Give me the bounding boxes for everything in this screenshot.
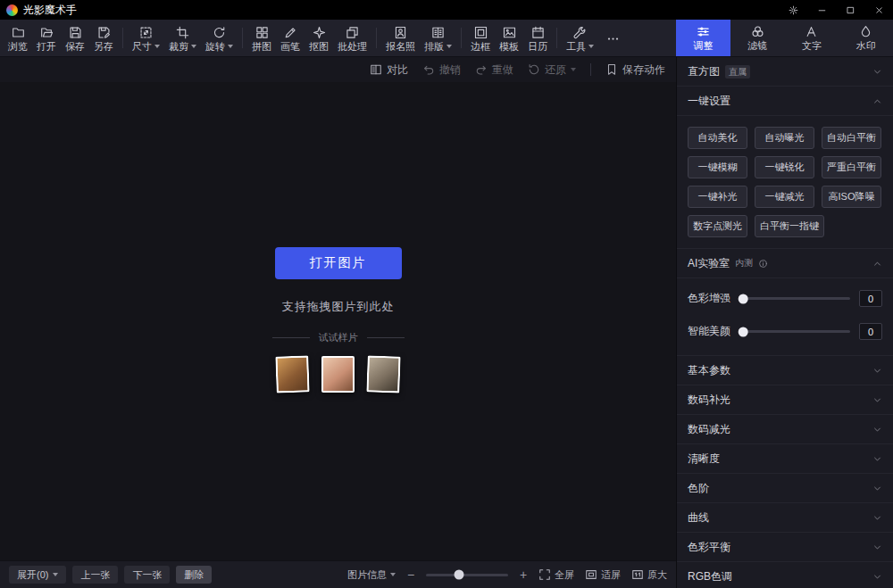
quick-button-one-key-blur[interactable]: 一键模糊	[688, 156, 747, 178]
toolbar-item-collage[interactable]: 拼图	[247, 20, 276, 56]
toolbar-item-brush[interactable]: 画笔	[276, 20, 305, 56]
action-restore[interactable]: 还原	[528, 62, 576, 78]
section-clarity[interactable]: 清晰度	[677, 444, 893, 474]
toolbar-item-id-photo[interactable]: 报名照	[381, 20, 420, 56]
smart-beauty-value[interactable]: 0	[859, 323, 882, 340]
quick-button-auto-white-balance[interactable]: 自动白平衡	[822, 127, 881, 149]
section-quick-settings[interactable]: 一键设置	[677, 87, 893, 116]
dropdown-caret-icon	[228, 45, 233, 48]
section-histogram[interactable]: 直方图 直属	[677, 57, 893, 87]
toolbar-item-resize[interactable]: 尺寸	[128, 20, 164, 56]
save-action-icon	[605, 63, 618, 76]
toolbar-item-label: 旋转	[205, 42, 233, 52]
color-enhance-slider[interactable]	[741, 297, 850, 300]
action-redo[interactable]: 重做	[475, 62, 513, 78]
toolbar-item-more[interactable]	[598, 20, 627, 56]
save-as-icon	[97, 26, 111, 39]
maximize-button[interactable]	[836, 0, 864, 20]
info-slot	[758, 259, 768, 269]
settings-button[interactable]	[779, 0, 807, 20]
view-fullscreen-button[interactable]: 全屏	[538, 568, 574, 582]
toolbar-item-batch[interactable]: 批处理	[333, 20, 371, 56]
toolbar-item-crop[interactable]: 裁剪	[164, 20, 201, 56]
action-save-action[interactable]: 保存动作	[605, 62, 665, 78]
section-rgb-tone[interactable]: RGB色调	[677, 562, 893, 588]
toolbar-item-template[interactable]: 模板	[495, 20, 523, 56]
close-button[interactable]	[864, 0, 893, 20]
sample-photo-2[interactable]	[321, 356, 355, 393]
sample-photo-1[interactable]	[275, 355, 309, 393]
quick-button-one-key-fill-light[interactable]: 一键补光	[688, 186, 747, 208]
toolbar-item-border[interactable]: 边框	[466, 20, 495, 56]
smart-beauty-slider[interactable]	[741, 330, 850, 333]
view-fit-screen-button[interactable]: 适屏	[585, 568, 621, 582]
section-digital-fill-light[interactable]: 数码补光	[677, 385, 893, 415]
minimize-button[interactable]	[807, 0, 836, 20]
view-original-size-button[interactable]: 原大	[631, 568, 667, 582]
color-enhance-value[interactable]: 0	[859, 290, 882, 307]
action-undo[interactable]: 撤销	[422, 62, 461, 78]
tab-filters[interactable]: 滤镜	[730, 20, 785, 56]
quick-button-auto-beautify[interactable]: 自动美化	[688, 127, 747, 149]
open-image-button[interactable]: 打开图片	[275, 247, 402, 279]
canvas-column: 对比撤销重做还原保存动作 打开图片 支持拖拽图片到此处 试试样片 展开(0)上一…	[0, 57, 676, 588]
statusbar-delete-button[interactable]: 删除	[176, 566, 212, 584]
chevron-down-icon	[872, 425, 882, 435]
toolbar-item-label: 裁剪	[169, 42, 196, 52]
section-color-balance[interactable]: 色彩平衡	[677, 533, 893, 562]
toolbar-item-layout[interactable]: 排版	[420, 20, 456, 56]
toolbar-item-label: 批处理	[338, 42, 367, 52]
toolbar-item-cutout[interactable]: 抠图	[305, 20, 333, 56]
section-title: 色阶	[688, 481, 709, 496]
toolbar-item-open[interactable]: 打开	[32, 20, 61, 56]
brush-icon	[284, 26, 297, 39]
toolbar-item-browse[interactable]: 浏览	[4, 20, 32, 56]
quick-button-severe-white-balance[interactable]: 严重白平衡	[822, 156, 881, 178]
action-label: 重做	[492, 62, 513, 78]
quick-button-digital-spot-metering[interactable]: 数字点测光	[688, 215, 747, 237]
toolbar-item-tools[interactable]: 工具	[562, 20, 598, 56]
chevron-down-icon	[872, 484, 882, 493]
toolbar-item-label: 模板	[499, 42, 519, 52]
close-icon	[874, 5, 884, 15]
toolbar-item-label: 拼图	[252, 42, 271, 52]
template-icon	[503, 26, 516, 39]
gear-icon	[789, 5, 798, 15]
chevron-slot	[872, 96, 882, 106]
quick-button-one-key-sharpen[interactable]: 一键锐化	[755, 156, 814, 178]
slider-thumb[interactable]	[739, 294, 748, 303]
toolbar-item-rotate[interactable]: 旋转	[201, 20, 238, 56]
section-levels[interactable]: 色阶	[677, 474, 893, 503]
quick-button-one-key-dim-light[interactable]: 一键减光	[755, 186, 814, 208]
toolbar-item-save-as[interactable]: 另存	[89, 20, 118, 56]
section-digital-dim-light[interactable]: 数码减光	[677, 415, 893, 444]
toolbar-item-save[interactable]: 保存	[61, 20, 89, 56]
statusbar-expand-button[interactable]: 展开(0)	[9, 566, 66, 584]
tab-watermark[interactable]: 水印	[839, 20, 893, 56]
section-basic-params[interactable]: 基本参数	[677, 356, 893, 385]
section-title: 清晰度	[688, 451, 720, 467]
sample-photo-3[interactable]	[366, 355, 400, 393]
slider-thumb[interactable]	[739, 327, 748, 336]
quick-button-auto-exposure[interactable]: 自动曝光	[755, 127, 814, 149]
statusbar-next-button[interactable]: 下一张	[124, 566, 170, 584]
action-label: 撤销	[439, 62, 461, 78]
zoom-slider-thumb[interactable]	[454, 570, 463, 580]
tab-adjust[interactable]: 调整	[676, 20, 730, 56]
section-ai-lab[interactable]: AI实验室 内测	[677, 249, 893, 278]
restore-icon	[528, 63, 540, 76]
statusbar-prev-button[interactable]: 上一张	[72, 566, 118, 584]
toolbar-item-text: 边框	[471, 42, 490, 52]
image-info-dropdown[interactable]: 图片信息	[347, 568, 396, 582]
canvas-area[interactable]: 打开图片 支持拖拽图片到此处 试试样片	[0, 82, 676, 560]
zoom-slider[interactable]	[426, 574, 508, 576]
tab-text[interactable]: 文字	[785, 20, 839, 56]
quick-button-high-iso-denoise[interactable]: 高ISO降噪	[822, 186, 881, 208]
action-compare[interactable]: 对比	[370, 62, 408, 78]
quick-button-white-balance-one-touch[interactable]: 白平衡一指键	[755, 215, 824, 237]
zoom-in-button[interactable]: +	[518, 568, 529, 581]
section-curves[interactable]: 曲线	[677, 503, 893, 533]
zoom-out-button[interactable]: −	[405, 568, 416, 581]
toolbar-item-calendar[interactable]: 日历	[523, 20, 552, 56]
slider-label: 智能美颜	[688, 324, 732, 339]
